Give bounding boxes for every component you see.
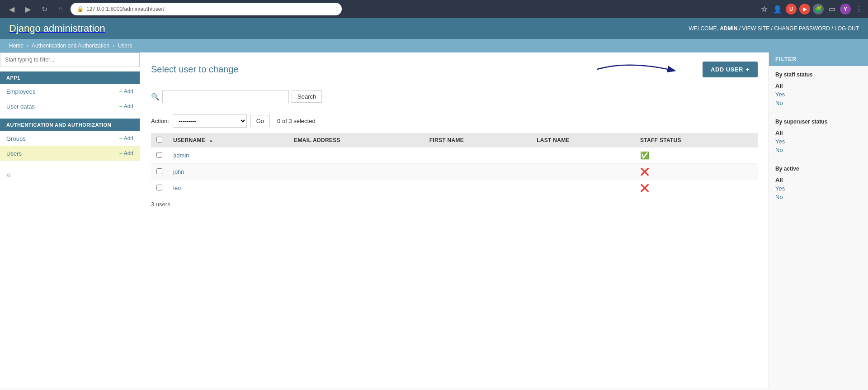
ext-puzzle-icon[interactable]: 🧩 [813,4,824,14]
bookmark-icon[interactable]: ☆ [759,4,769,14]
change-password-link[interactable]: CHANGE PASSWORD [774,25,830,32]
row-checkbox-john[interactable] [156,168,162,174]
row-checkbox-leo[interactable] [156,185,162,190]
sidebar-item-employees[interactable]: Employees + Add [0,84,140,99]
user-link-admin[interactable]: admin [173,152,189,159]
status-icon-red-john: ❌ [640,168,649,176]
sidebar-collapse-icon[interactable]: « [6,170,11,180]
ext-user-icon[interactable]: Y [840,4,851,14]
filter-link-superuser-yes[interactable]: Yes [775,137,862,146]
filter-link-staff-no[interactable]: No [775,99,862,107]
table-count: 3 users [151,201,170,208]
sidebar-filter-input[interactable] [0,52,140,67]
profile-icon[interactable]: 👤 [772,4,783,14]
filter-panel: FILTER By staff status All Yes No By sup… [769,52,868,388]
filter-link-superuser-all[interactable]: All [775,128,862,137]
row-status-leo: ❌ [635,180,758,196]
breadcrumb-page: Users [118,43,132,49]
search-input[interactable] [162,90,289,103]
filter-link-staff-all[interactable]: All [775,81,862,90]
sidebar-section-app1: APP1 [0,71,140,84]
row-username-leo: leo [168,180,288,196]
filter-section-staff: By staff status All Yes No [769,66,868,113]
forward-button[interactable]: ▶ [22,3,34,15]
filter-link-active-yes[interactable]: Yes [775,184,862,193]
row-status-john: ❌ [635,164,758,180]
filter-section-superuser: By superuser status All Yes No [769,113,868,160]
django-admin-title[interactable]: Django administration [9,23,105,34]
users-table: USERNAME ▲ EMAIL ADDRESS FIRST NAME LAST… [151,133,758,196]
col-lastname: LAST NAME [531,133,635,147]
content-page-header: Select user to change ADD USER + [151,62,758,77]
main-layout: APP1 Employees + Add User datas + Add AU… [0,52,868,388]
sidebar-section-auth: AUTHENTICATION AND AUTHORIZATION [0,119,140,131]
breadcrumb: Home › Authentication and Authorization … [0,39,868,52]
add-user-label: ADD USER [711,66,743,73]
filter-link-superuser-no[interactable]: No [775,146,862,154]
breadcrumb-home[interactable]: Home [9,43,24,49]
more-options-icon[interactable]: ⋮ [855,5,863,14]
row-checkbox-cell [151,147,168,164]
select-all-checkbox[interactable] [156,137,162,143]
add-user-button[interactable]: ADD USER + [703,62,758,77]
filter-link-active-no[interactable]: No [775,193,862,201]
action-label: Action: [151,118,169,124]
user-link-leo[interactable]: leo [173,185,181,191]
browser-chrome: ◀ ▶ ↻ ⌂ 🔒 127.0.0.1:8000/admin/auth/user… [0,0,868,18]
col-email: EMAIL ADDRESS [288,133,424,147]
home-button[interactable]: ⌂ [54,3,67,15]
status-icon-red-leo: ❌ [640,184,649,192]
reload-button[interactable]: ↻ [38,3,51,15]
ext-monitor-icon[interactable]: ▭ [826,4,837,14]
row-lastname-john [531,164,635,180]
admin-username: ADMIN [720,25,737,32]
user-link-john[interactable]: john [173,168,184,175]
sort-asc-icon: ▲ [209,138,213,143]
sidebar-item-label-users: Users [6,150,22,157]
sidebar-item-groups[interactable]: Groups + Add [0,131,140,146]
address-bar[interactable]: 🔒 127.0.0.1:8000/admin/auth/user/ [71,3,342,15]
ext-yt-icon[interactable]: ▶ [799,4,810,14]
sidebar-add-groups[interactable]: + Add [119,135,133,142]
sidebar-add-employees[interactable]: + Add [119,88,133,95]
status-icon-green-admin: ✅ [640,152,649,159]
back-button[interactable]: ◀ [5,3,18,15]
action-bar: Action: --------- Delete selected users … [151,114,758,128]
table-footer: 3 users [151,196,758,212]
breadcrumb-section[interactable]: Authentication and Authorization [32,43,109,49]
row-email-admin [288,147,424,164]
col-username[interactable]: USERNAME ▲ [168,133,288,147]
go-button[interactable]: Go [250,115,270,127]
filter-link-active-all[interactable]: All [775,176,862,184]
sidebar-add-userdatas[interactable]: + Add [119,103,133,110]
url-text: 127.0.0.1:8000/admin/auth/user/ [86,6,165,12]
row-checkbox-cell [151,180,168,196]
table-body: admin ✅ john [151,147,758,196]
search-button[interactable]: Search [292,90,322,103]
row-firstname-john [424,164,531,180]
ext-ud-icon[interactable]: U [786,4,797,14]
sidebar-item-userdatas[interactable]: User datas + Add [0,99,140,114]
page-title: Select user to change [151,64,238,75]
col-firstname: FIRST NAME [424,133,531,147]
lock-icon: 🔒 [77,6,84,12]
filter-link-staff-yes[interactable]: Yes [775,90,862,99]
row-lastname-admin [531,147,635,164]
sidebar-add-users[interactable]: + Add [119,150,133,157]
welcome-text: WELCOME, [689,25,718,32]
sidebar-item-users[interactable]: Users + Add [0,146,140,161]
sidebar-item-label-employees: Employees [6,88,35,95]
view-site-link[interactable]: VIEW SITE [742,25,769,32]
arrow-svg [593,58,692,81]
selected-count: 0 of 3 selected [277,118,316,124]
sidebar: APP1 Employees + Add User datas + Add AU… [0,52,140,388]
log-out-link[interactable]: LOG OUT [835,25,859,32]
sidebar-item-label-groups: Groups [6,135,26,142]
row-username-admin: admin [168,147,288,164]
action-select[interactable]: --------- Delete selected users [173,114,247,128]
select-all-header [151,133,168,147]
row-lastname-leo [531,180,635,196]
sidebar-footer: « [0,161,140,184]
browser-extensions: ☆ 👤 U ▶ 🧩 ▭ Y ⋮ [759,4,863,14]
row-checkbox-admin[interactable] [156,152,162,158]
